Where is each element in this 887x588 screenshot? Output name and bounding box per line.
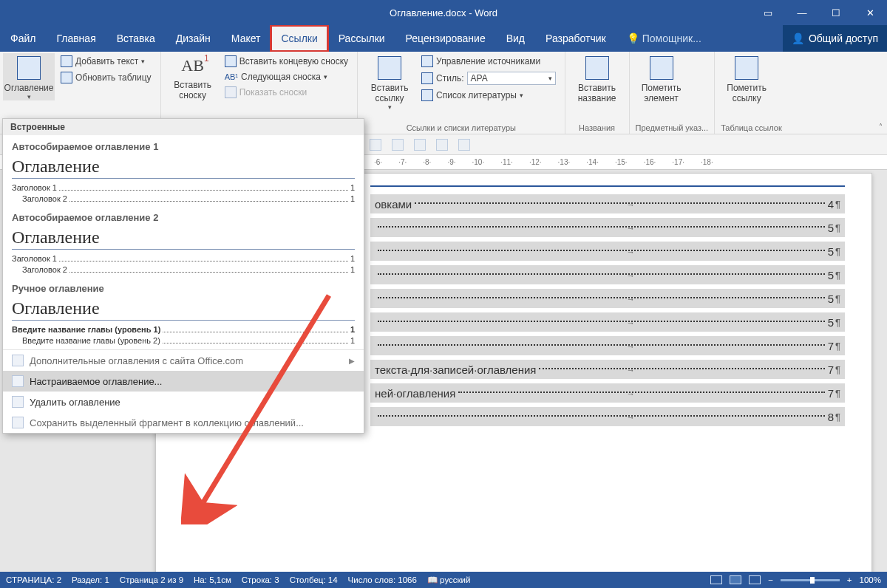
menu-insert[interactable]: Вставка	[106, 25, 166, 52]
group-label-toa: Таблица ссылок	[721, 123, 782, 134]
next-footnote-button[interactable]: AB¹Следующая сноска▾	[222, 69, 351, 84]
lightbulb-icon: 💡	[627, 33, 639, 44]
group-label-captions: Названия	[571, 123, 623, 134]
toc-entry-row[interactable]: →5¶	[370, 242, 845, 261]
share-button[interactable]: 👤Общий доступ	[783, 25, 887, 52]
qat-icon-5[interactable]	[458, 139, 470, 151]
toc-entry-row[interactable]: →5¶	[370, 218, 845, 237]
update-table-button[interactable]: Обновить таблицу	[58, 69, 154, 86]
menu-layout[interactable]: Макет	[221, 25, 271, 52]
qat-icon-4[interactable]	[436, 139, 448, 151]
status-position[interactable]: На: 5,1см	[194, 575, 231, 584]
menu-file[interactable]: Файл	[0, 25, 46, 52]
status-section[interactable]: Раздел: 1	[72, 575, 109, 584]
preview-heading: Оглавление	[12, 157, 355, 179]
mark-citation-button[interactable]: Пометить ссылку	[721, 53, 772, 103]
endnote-icon	[225, 55, 237, 67]
remove-toc-button[interactable]: Удалить оглавление	[3, 392, 364, 412]
group-label-citations: Ссылки и списки литературы	[364, 123, 558, 134]
zoom-level[interactable]: 100%	[860, 575, 881, 584]
collapse-ribbon-icon[interactable]: ˄	[879, 123, 883, 131]
gallery-header: Встроенные	[3, 119, 364, 135]
toc-entry-row[interactable]: →8¶	[370, 407, 845, 426]
custom-toc-icon	[12, 375, 24, 387]
status-page[interactable]: СТРАНИЦА: 2	[6, 575, 61, 584]
zoom-in-button[interactable]: +	[847, 575, 852, 584]
more-toc-office-button[interactable]: Дополнительные оглавления с сайта Office…	[3, 350, 364, 371]
mark-citation-icon	[735, 56, 758, 80]
citation-icon	[378, 56, 401, 80]
gallery-item-auto1-title[interactable]: Автособираемое оглавление 1	[3, 135, 364, 157]
group-label-index: Предметный указ...	[636, 123, 709, 134]
gallery-item-manual-title[interactable]: Ручное оглавление	[3, 277, 364, 298]
toc-entry-row[interactable]: →5¶	[370, 312, 845, 332]
menu-design[interactable]: Дизайн	[166, 25, 221, 52]
save-selection-toc-button[interactable]: Сохранить выделенный фрагмент в коллекци…	[3, 412, 364, 433]
citation-style-select[interactable]: APA▾	[467, 72, 556, 85]
status-word-count[interactable]: Число слов: 1066	[348, 575, 417, 584]
print-layout-icon[interactable]	[730, 575, 741, 584]
gallery-item-auto2-title[interactable]: Автособираемое оглавление 2	[3, 206, 364, 228]
zoom-out-button[interactable]: −	[768, 575, 773, 584]
toc-gallery-dropdown: Встроенные Автособираемое оглавление 1 О…	[2, 118, 364, 434]
insert-caption-button[interactable]: Вставить название	[571, 53, 623, 103]
toc-entry-row[interactable]: →7¶	[370, 336, 845, 355]
save-gallery-icon	[12, 417, 24, 428]
update-icon	[61, 72, 72, 83]
office-icon	[12, 355, 24, 366]
qat-icon-3[interactable]	[414, 139, 426, 151]
menu-references[interactable]: Ссылки	[271, 25, 327, 52]
show-notes-button[interactable]: Показать сноски	[222, 84, 351, 100]
toc-title-rule	[370, 185, 845, 187]
mark-entry-button[interactable]: Пометить элемент	[636, 53, 687, 103]
qat-icon-1[interactable]	[370, 139, 381, 151]
status-line[interactable]: Строка: 3	[242, 575, 279, 584]
menu-mailings[interactable]: Рассылки	[328, 25, 395, 52]
toc-entry-row[interactable]: овками→4¶	[370, 194, 845, 213]
minimize-button[interactable]: —	[785, 0, 819, 25]
table-of-contents-button[interactable]: Оглавление ▾	[3, 53, 55, 100]
menu-bar: Файл Главная Вставка Дизайн Макет Ссылки…	[0, 25, 887, 52]
citation-style-row: Стиль: APA▾	[418, 69, 558, 87]
menu-view[interactable]: Вид	[496, 25, 535, 52]
menu-review[interactable]: Рецензирование	[395, 25, 496, 52]
insert-footnote-button[interactable]: AB1 Вставить сноску	[167, 53, 219, 100]
toc-entry-row[interactable]: ней·оглавления→7¶	[370, 383, 845, 403]
bibliography-icon	[421, 89, 433, 101]
add-text-button[interactable]: Добавить текст▾	[58, 53, 154, 69]
ribbon-display-options-icon[interactable]: ▭	[751, 0, 785, 25]
bibliography-button[interactable]: Список литературы▾	[418, 87, 558, 103]
status-column[interactable]: Столбец: 14	[290, 575, 338, 584]
maximize-button[interactable]: ☐	[819, 0, 853, 25]
close-button[interactable]: ✕	[853, 0, 887, 25]
caption-icon	[585, 56, 609, 80]
style-icon	[421, 72, 433, 84]
gallery-item-auto2-preview[interactable]: Оглавление Заголовок 11 Заголовок 21	[12, 228, 355, 274]
document-title: Оглавление.docx - Word	[390, 7, 497, 18]
insert-endnote-button[interactable]: Вставить концевую сноску	[222, 53, 351, 69]
zoom-slider[interactable]	[781, 579, 840, 581]
window-controls: ▭ — ☐ ✕	[751, 0, 887, 25]
gallery-item-manual-preview[interactable]: Оглавление Введите название главы (урове…	[12, 298, 355, 345]
web-layout-icon[interactable]	[749, 575, 761, 584]
custom-toc-button[interactable]: Настраиваемое оглавление...	[3, 371, 364, 392]
status-bar: СТРАНИЦА: 2 Раздел: 1 Страница 2 из 9 На…	[0, 572, 887, 588]
gallery-item-auto1-preview[interactable]: Оглавление Заголовок 11 Заголовок 21	[12, 157, 355, 203]
status-language[interactable]: 📖 русский	[427, 575, 470, 585]
manage-sources-button[interactable]: Управление источниками	[418, 53, 558, 69]
toc-icon	[17, 56, 41, 80]
toc-entry-row[interactable]: текста·для·записей·оглавления→7¶	[370, 360, 845, 379]
toc-entry-row[interactable]: →5¶	[370, 265, 845, 284]
next-footnote-icon: AB¹	[225, 72, 238, 81]
toc-entry-row[interactable]: →5¶	[370, 289, 845, 308]
menu-developer[interactable]: Разработчик	[535, 25, 616, 52]
chevron-right-icon: ▶	[349, 357, 355, 365]
menu-home[interactable]: Главная	[46, 25, 106, 52]
add-text-icon	[61, 55, 72, 67]
tell-me-search[interactable]: 💡Помощник...	[627, 25, 701, 52]
read-mode-icon[interactable]	[710, 575, 722, 584]
status-page-count[interactable]: Страница 2 из 9	[120, 575, 183, 584]
insert-citation-button[interactable]: Вставить ссылку ▾	[364, 53, 415, 111]
mark-entry-icon	[650, 56, 673, 80]
qat-icon-2[interactable]	[392, 139, 404, 151]
